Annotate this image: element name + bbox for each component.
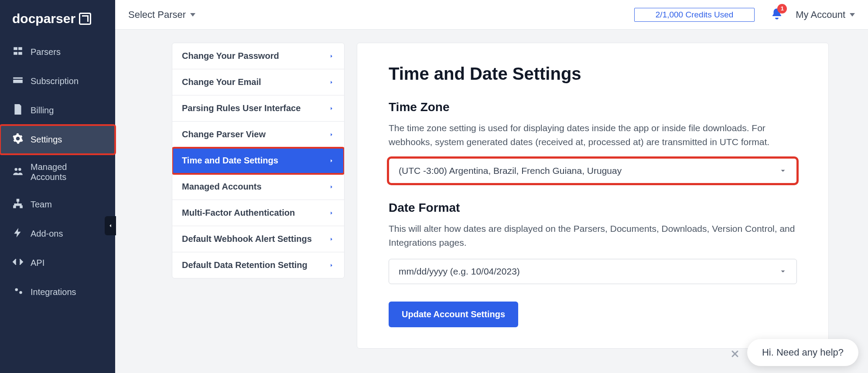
parsers-icon [12, 45, 24, 59]
gear-icon [12, 133, 24, 146]
sidebar-item-label: API [31, 258, 44, 268]
gears-icon [12, 285, 24, 299]
select-parser-dropdown[interactable]: Select Parser [128, 9, 195, 20]
account-label: My Account [796, 9, 845, 20]
sidebar-item-billing[interactable]: Billing [0, 96, 115, 125]
chevron-down-icon [779, 268, 787, 275]
submenu-item-default-webhook-alert-settings[interactable]: Default Webhook Alert Settings [172, 226, 344, 252]
update-account-button[interactable]: Update Account Settings [389, 302, 518, 327]
help-close-button[interactable] [730, 349, 740, 359]
chevron-left-icon [107, 223, 113, 229]
caret-down-icon [850, 13, 855, 17]
notifications-button[interactable]: 1 [770, 7, 783, 22]
sidebar-item-label: Subscription [31, 76, 79, 86]
submenu-item-time-and-date-settings[interactable]: Time and Date Settings [172, 148, 344, 174]
chevron-right-icon [328, 184, 335, 190]
close-icon [730, 349, 740, 359]
sidebar-item-parsers[interactable]: Parsers [0, 37, 115, 67]
submenu-item-label: Change Your Email [182, 77, 261, 87]
chevron-right-icon [328, 262, 335, 268]
submenu-item-change-parser-view[interactable]: Change Parser View [172, 122, 344, 148]
sidebar-item-team[interactable]: Team [0, 190, 115, 219]
dateformat-value: mm/dd/yyyy (e.g. 10/04/2023) [399, 266, 520, 277]
sidebar-item-settings[interactable]: Settings [0, 125, 115, 154]
chevron-right-icon [328, 105, 335, 112]
submenu-item-multi-factor-authentication[interactable]: Multi-Factor Authentication [172, 200, 344, 226]
sidebar-item-integrations[interactable]: Integrations [0, 278, 115, 307]
submenu-item-label: Multi-Factor Authentication [182, 208, 295, 218]
submenu-item-default-data-retention-setting[interactable]: Default Data Retention Setting [172, 252, 344, 278]
chevron-right-icon [328, 236, 335, 242]
sidebar-item-label: Settings [31, 135, 62, 145]
dateformat-description: This will alter how dates are displayed … [389, 222, 797, 249]
chevron-down-icon [779, 167, 787, 175]
sidebar-nav: ParsersSubscriptionBillingSettingsManage… [0, 37, 115, 307]
timezone-description: The time zone setting is used for displa… [389, 121, 797, 149]
notification-badge: 1 [777, 4, 787, 14]
submenu-item-parsing-rules-user-interface[interactable]: Parsing Rules User Interface [172, 95, 344, 122]
code-icon [12, 256, 24, 270]
sidebar-item-add-ons[interactable]: Add-ons [0, 219, 115, 248]
submenu-item-managed-accounts[interactable]: Managed Accounts [172, 174, 344, 200]
chevron-right-icon [328, 53, 335, 59]
content-area: Change Your PasswordChange Your EmailPar… [115, 30, 868, 373]
timezone-heading: Time Zone [389, 100, 797, 114]
topbar: Select Parser 2/1,000 Credits Used 1 My … [115, 0, 868, 30]
chevron-right-icon [328, 132, 335, 138]
dateformat-heading: Date Format [389, 201, 797, 215]
chevron-right-icon [328, 158, 335, 164]
logo-icon [79, 13, 91, 25]
users-icon [12, 166, 24, 179]
card-icon [12, 75, 24, 88]
submenu-item-label: Change Your Password [182, 51, 279, 61]
submenu-item-label: Time and Date Settings [182, 156, 278, 166]
help-text: Hi. Need any help? [762, 347, 844, 358]
chevron-right-icon [328, 210, 335, 216]
sidebar-item-subscription[interactable]: Subscription [0, 67, 115, 96]
hierarchy-icon [12, 198, 24, 211]
page-title: Time and Date Settings [389, 64, 797, 84]
sidebar-item-label: Add-ons [31, 229, 63, 239]
select-parser-label: Select Parser [128, 9, 186, 20]
submenu-item-change-your-password[interactable]: Change Your Password [172, 43, 344, 69]
sidebar-item-label: Parsers [31, 47, 61, 57]
brand-logo[interactable]: docparser [0, 9, 115, 37]
file-icon [12, 104, 24, 117]
bolt-icon [12, 227, 24, 241]
timezone-value: (UTC -3:00) Argentina, Brazil, French Gu… [399, 166, 622, 176]
settings-submenu: Change Your PasswordChange Your EmailPar… [172, 43, 345, 278]
sidebar: docparser ParsersSubscriptionBillingSett… [0, 0, 115, 373]
brand-name: docparser [12, 11, 75, 26]
settings-panel: Time and Date Settings Time Zone The tim… [357, 43, 829, 349]
sidebar-item-label: Billing [31, 105, 54, 115]
chevron-right-icon [328, 79, 335, 85]
sidebar-collapse-toggle[interactable] [105, 216, 116, 235]
sidebar-item-api[interactable]: API [0, 248, 115, 278]
dateformat-select[interactable]: mm/dd/yyyy (e.g. 10/04/2023) [389, 259, 797, 284]
submenu-item-change-your-email[interactable]: Change Your Email [172, 69, 344, 95]
submenu-item-label: Default Data Retention Setting [182, 260, 308, 270]
submenu-item-label: Change Parser View [182, 129, 266, 139]
caret-down-icon [190, 13, 195, 17]
help-bubble[interactable]: Hi. Need any help? [747, 339, 858, 366]
submenu-item-label: Parsing Rules User Interface [182, 103, 301, 113]
submenu-item-label: Default Webhook Alert Settings [182, 234, 312, 244]
sidebar-item-label: Integrations [31, 287, 76, 297]
sidebar-item-managed-accounts[interactable]: Managed Accounts [0, 154, 115, 190]
sidebar-item-label: Team [31, 200, 52, 210]
submenu-item-label: Managed Accounts [182, 182, 262, 192]
credits-used[interactable]: 2/1,000 Credits Used [634, 8, 755, 22]
account-dropdown[interactable]: My Account [796, 9, 855, 20]
sidebar-item-label: Managed Accounts [31, 162, 103, 182]
timezone-select[interactable]: (UTC -3:00) Argentina, Brazil, French Gu… [389, 158, 797, 183]
